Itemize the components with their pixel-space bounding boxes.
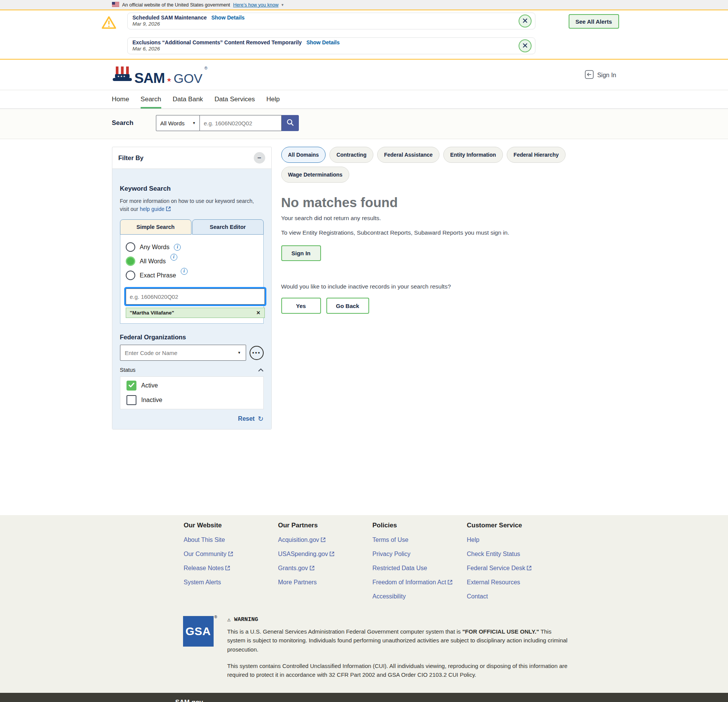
refresh-icon[interactable]: ↻	[258, 415, 263, 422]
footer-link-acquisition-gov[interactable]: Acquisition.gov	[278, 537, 373, 543]
external-link-icon	[310, 566, 315, 571]
footer-link-accessibility[interactable]: Accessibility	[373, 593, 467, 600]
search-band: Search All Words ▼	[0, 109, 728, 139]
radio-all-words[interactable]	[126, 256, 135, 266]
footer-heading: Our Website	[184, 522, 278, 529]
footer-link-system-alerts[interactable]: System Alerts	[184, 579, 278, 586]
collapse-filters-button[interactable]: −	[254, 152, 265, 164]
footer-link-our-community[interactable]: Our Community	[184, 551, 278, 558]
caret-down-icon: ▼	[192, 121, 196, 125]
search-mode-select[interactable]: All Words ▼	[156, 115, 200, 131]
info-icon[interactable]: i	[174, 244, 181, 251]
alert-title: Scheduled SAM Maintenance	[133, 15, 207, 21]
info-icon[interactable]: i	[170, 254, 177, 261]
close-icon	[522, 18, 528, 24]
nav-item-search[interactable]: Search	[141, 90, 161, 109]
warning-title: WARNING	[234, 616, 258, 623]
radio-exact-phrase-label: Exact Phrase	[140, 272, 176, 279]
top-search-input[interactable]	[200, 115, 282, 131]
radio-all-words-label: All Words	[140, 258, 166, 265]
footer-link-check-entity-status[interactable]: Check Entity Status	[467, 551, 561, 558]
no-results-text: Your search did not return any results.	[281, 215, 616, 222]
footer-link-federal-service-desk[interactable]: Federal Service Desk	[467, 565, 561, 572]
help-guide-link[interactable]: help guide	[140, 206, 171, 212]
alert-show-details-link[interactable]: Show Details	[306, 39, 340, 45]
tab-simple-search[interactable]: Simple Search	[120, 219, 191, 235]
chip-remove-icon[interactable]: ✕	[256, 310, 261, 316]
nav-item-help[interactable]: Help	[266, 90, 280, 109]
footer-link-terms-of-use[interactable]: Terms of Use	[373, 537, 467, 543]
search-label: Search	[112, 119, 134, 127]
sam-gov-logo[interactable]: ★ ★ ★ SAM ★ GOV ®	[112, 66, 208, 84]
sign-in-button[interactable]: Sign In	[281, 245, 321, 261]
filter-by-title: Filter By	[118, 154, 144, 162]
results-area: All Domains Contracting Federal Assistan…	[281, 147, 616, 314]
ellipsis-icon: ●●●	[252, 351, 261, 355]
pill-federal-assistance[interactable]: Federal Assistance	[377, 147, 439, 163]
federal-org-combobox[interactable]: ▼	[120, 345, 246, 361]
footer-link-contact[interactable]: Contact	[467, 593, 561, 600]
footer-link-privacy-policy[interactable]: Privacy Policy	[373, 551, 467, 558]
nav-item-data-bank[interactable]: Data Bank	[173, 90, 203, 109]
federal-org-input[interactable]	[125, 350, 238, 356]
site-header: ★ ★ ★ SAM ★ GOV ® Sign In	[0, 60, 728, 90]
footer-link-release-notes[interactable]: Release Notes	[184, 565, 278, 572]
footer-link-help[interactable]: Help	[467, 537, 561, 543]
federal-organizations-heading: Federal Organizations	[120, 334, 264, 341]
check-icon	[128, 382, 135, 389]
gsa-registered-mark: ®	[214, 615, 217, 619]
pill-all-domains[interactable]: All Domains	[281, 147, 326, 163]
footer-link-about-this-site[interactable]: About This Site	[184, 537, 278, 543]
yes-button[interactable]: Yes	[281, 298, 321, 314]
footer-column-our-website: Our Website About This Site Our Communit…	[184, 522, 278, 600]
caret-down-icon: ▼	[238, 351, 241, 355]
warning-icon: ⚠	[227, 616, 231, 623]
radio-any-words-label: Any Words	[140, 244, 170, 251]
footer-link-restricted-data-use[interactable]: Restricted Data Use	[373, 565, 467, 572]
search-submit-button[interactable]	[282, 115, 299, 131]
go-back-button[interactable]: Go Back	[326, 298, 369, 314]
external-link-icon	[166, 206, 171, 211]
pill-contracting[interactable]: Contracting	[329, 147, 373, 163]
search-icon	[286, 118, 294, 128]
pill-federal-hierarchy[interactable]: Federal Hierarchy	[507, 147, 566, 163]
reset-filters-link[interactable]: Reset	[238, 415, 255, 422]
chevron-up-icon[interactable]	[258, 367, 264, 373]
close-icon	[522, 43, 528, 49]
gov-banner: An official website of the United States…	[0, 0, 728, 10]
tab-search-editor[interactable]: Search Editor	[192, 219, 264, 235]
info-icon[interactable]: i	[181, 268, 188, 275]
brand-gov: GOV	[173, 73, 203, 84]
footer-link-grants-gov[interactable]: Grants.gov	[278, 565, 373, 572]
footer-link-usaspending-gov[interactable]: USASpending.gov	[278, 551, 373, 558]
footer-column-our-partners: Our Partners Acquisition.gov USASpending…	[278, 522, 373, 600]
keyword-input[interactable]	[126, 289, 265, 305]
simple-search-panel: Any Words i All Words i Exact Phrase i "…	[120, 235, 264, 324]
how-you-know-link[interactable]: Here’s how you know	[233, 2, 279, 8]
nav-item-home[interactable]: Home	[112, 90, 129, 109]
pill-wage-determinations[interactable]: Wage Determinations	[281, 167, 350, 183]
checkbox-active[interactable]	[126, 381, 136, 391]
alert-show-details-link[interactable]: Show Details	[211, 15, 245, 21]
main-nav: Home Search Data Bank Data Services Help	[0, 90, 728, 109]
see-all-alerts-button[interactable]: See All Alerts	[569, 14, 619, 29]
footer-link-external-resources[interactable]: External Resources	[467, 579, 561, 586]
checkbox-inactive[interactable]	[126, 395, 136, 405]
footer-heading: Our Partners	[278, 522, 373, 529]
federal-org-more-button[interactable]: ●●●	[250, 346, 264, 360]
gsa-logo: GSA ®	[183, 616, 214, 647]
chevron-down-icon: ▼	[281, 3, 284, 7]
radio-exact-phrase[interactable]	[126, 271, 135, 280]
footer-heading: Policies	[373, 522, 467, 529]
alert-close-button[interactable]	[519, 39, 532, 52]
alert-close-button[interactable]	[519, 15, 532, 28]
pill-entity-information[interactable]: Entity Information	[443, 147, 503, 163]
header-sign-in-link[interactable]: Sign In	[585, 70, 616, 81]
radio-any-words[interactable]	[126, 242, 135, 252]
footer-link-foia[interactable]: Freedom of Information Act	[373, 579, 467, 586]
nav-item-data-services[interactable]: Data Services	[214, 90, 255, 109]
footer-link-more-partners[interactable]: More Partners	[278, 579, 373, 586]
inactive-records-question: Would you like to include inactive recor…	[281, 283, 616, 290]
no-matches-heading: No matches found	[281, 195, 616, 210]
brand-registered-mark: ®	[204, 66, 208, 70]
